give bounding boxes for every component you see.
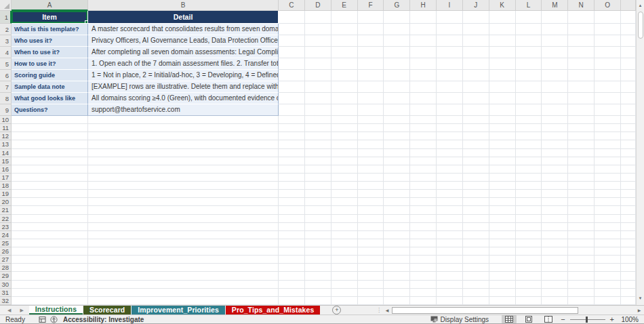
cell-N31[interactable] <box>568 289 595 297</box>
cell-F15[interactable] <box>358 157 384 165</box>
cell-E20[interactable] <box>331 198 358 206</box>
cell-H23[interactable] <box>410 223 437 231</box>
cell-B31[interactable] <box>88 289 279 297</box>
cell-M11[interactable] <box>542 124 568 132</box>
cell-E26[interactable] <box>331 247 358 256</box>
cell-M32[interactable] <box>542 297 568 305</box>
cell-L27[interactable] <box>516 256 542 264</box>
cell-O11[interactable] <box>595 124 621 132</box>
cell-G25[interactable] <box>384 239 410 247</box>
cell-N8[interactable] <box>568 93 595 104</box>
cell-C19[interactable] <box>279 190 305 198</box>
cell-M9[interactable] <box>542 104 568 116</box>
cell-N17[interactable] <box>568 174 595 182</box>
cell-M16[interactable] <box>542 165 568 174</box>
cell-H1[interactable] <box>410 11 437 24</box>
cell-M29[interactable] <box>542 272 568 280</box>
cell-D7[interactable] <box>305 81 331 93</box>
cell-J31[interactable] <box>463 289 489 297</box>
cell-I20[interactable] <box>437 198 463 206</box>
cell-N26[interactable] <box>568 247 595 256</box>
cell-O26[interactable] <box>595 247 621 256</box>
cell-A18[interactable] <box>12 182 88 190</box>
cell-K27[interactable] <box>489 256 516 264</box>
macro-record-icon[interactable] <box>39 316 46 323</box>
cell-F5[interactable] <box>358 58 384 70</box>
cell-O22[interactable] <box>595 215 621 223</box>
accessibility-status-label[interactable]: Accessibility: Investigate <box>63 316 144 323</box>
cell-partial-11[interactable] <box>621 124 636 132</box>
cell-A10[interactable] <box>12 116 88 124</box>
cell-E18[interactable] <box>331 182 358 190</box>
accessibility-icon[interactable] <box>50 316 58 323</box>
cell-N22[interactable] <box>568 215 595 223</box>
cell-partial-8[interactable] <box>621 93 636 104</box>
cell-A2[interactable]: What is this template? <box>12 24 88 35</box>
vertical-scrollbar-thumb[interactable] <box>638 12 643 39</box>
cell-H12[interactable] <box>410 132 437 140</box>
cell-D14[interactable] <box>305 149 331 157</box>
cell-H29[interactable] <box>410 272 437 280</box>
cell-J21[interactable] <box>463 206 489 214</box>
cell-A13[interactable] <box>12 140 88 148</box>
cell-E4[interactable] <box>331 47 358 58</box>
column-header-G[interactable]: G <box>384 0 410 11</box>
cell-J18[interactable] <box>463 182 489 190</box>
cell-J6[interactable] <box>463 70 489 81</box>
add-sheet-button[interactable]: + <box>332 306 341 315</box>
cell-K7[interactable] <box>489 81 516 93</box>
cell-L5[interactable] <box>516 58 542 70</box>
cell-O2[interactable] <box>595 24 621 35</box>
cell-M20[interactable] <box>542 198 568 206</box>
cell-K16[interactable] <box>489 165 516 174</box>
row-header-7[interactable]: 7 <box>0 81 12 93</box>
cell-K28[interactable] <box>489 264 516 272</box>
cell-B19[interactable] <box>88 190 279 198</box>
cell-A8[interactable]: What good looks like <box>12 93 88 104</box>
cell-C25[interactable] <box>279 239 305 247</box>
cell-O16[interactable] <box>595 165 621 174</box>
cell-partial-27[interactable] <box>621 256 636 264</box>
cell-partial-15[interactable] <box>621 157 636 165</box>
cell-B3[interactable]: Privacy Officers, AI Governance Leads, D… <box>88 35 279 47</box>
normal-view-button[interactable] <box>502 315 517 323</box>
cell-D13[interactable] <box>305 140 331 148</box>
cell-I27[interactable] <box>437 256 463 264</box>
cell-J5[interactable] <box>463 58 489 70</box>
cell-M12[interactable] <box>542 132 568 140</box>
cell-J1[interactable] <box>463 11 489 24</box>
cell-A27[interactable] <box>12 256 88 264</box>
row-header-19[interactable]: 19 <box>0 190 12 198</box>
cell-J32[interactable] <box>463 297 489 305</box>
cell-L21[interactable] <box>516 206 542 214</box>
cell-I7[interactable] <box>437 81 463 93</box>
cell-C15[interactable] <box>279 157 305 165</box>
cell-partial-1[interactable] <box>621 11 636 24</box>
cell-partial-24[interactable] <box>621 231 636 239</box>
cell-I17[interactable] <box>437 174 463 182</box>
cell-G30[interactable] <box>384 281 410 289</box>
row-header-8[interactable]: 8 <box>0 93 12 104</box>
cell-O13[interactable] <box>595 140 621 148</box>
cell-N6[interactable] <box>568 70 595 81</box>
cell-M31[interactable] <box>542 289 568 297</box>
cell-D28[interactable] <box>305 264 331 272</box>
cell-A5[interactable]: How to use it? <box>12 58 88 70</box>
cell-B14[interactable] <box>88 149 279 157</box>
page-layout-view-button[interactable] <box>521 315 536 323</box>
scroll-left-icon[interactable]: ◀ <box>384 308 390 312</box>
cell-J30[interactable] <box>463 281 489 289</box>
cell-I24[interactable] <box>437 231 463 239</box>
cell-O15[interactable] <box>595 157 621 165</box>
cell-G2[interactable] <box>384 24 410 35</box>
cell-N19[interactable] <box>568 190 595 198</box>
cell-partial-31[interactable] <box>621 289 636 297</box>
cell-J23[interactable] <box>463 223 489 231</box>
cell-E14[interactable] <box>331 149 358 157</box>
cell-E1[interactable] <box>331 11 358 24</box>
cell-C7[interactable] <box>279 81 305 93</box>
cell-G32[interactable] <box>384 297 410 305</box>
cell-N1[interactable] <box>568 11 595 24</box>
cell-J15[interactable] <box>463 157 489 165</box>
cell-partial-12[interactable] <box>621 132 636 140</box>
